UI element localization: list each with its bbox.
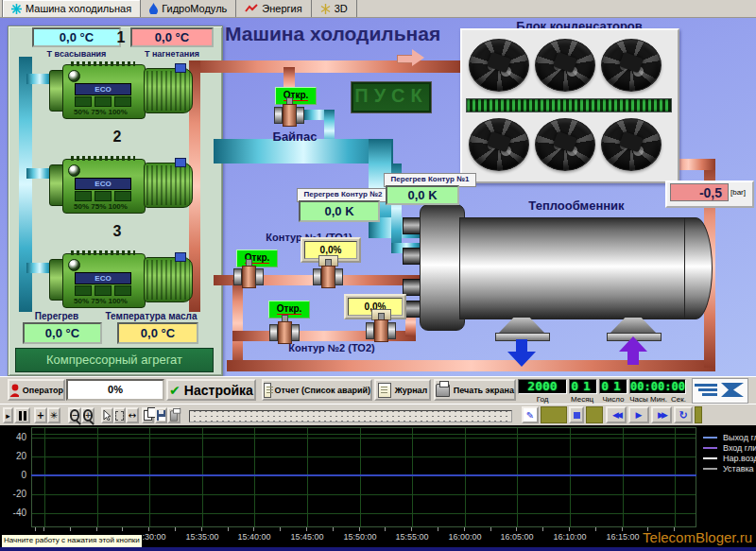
refresh-button[interactable]: ↻ — [674, 406, 693, 423]
tab-3d[interactable]: 3D — [312, 0, 357, 17]
fast-forward-button[interactable]: ▶▶ — [651, 406, 672, 423]
circuit2-control-valve[interactable] — [365, 319, 397, 340]
crosshair-button[interactable]: + — [34, 407, 47, 423]
circuit2-valve-state[interactable]: Откр. — [268, 301, 310, 319]
circuit2-valve[interactable] — [268, 321, 301, 342]
compressor-motor — [144, 163, 193, 208]
zoom-in-icon: + — [83, 409, 94, 422]
journal-button[interactable]: Журнал — [374, 379, 431, 401]
y-tick: 40 — [2, 432, 26, 442]
report-button[interactable]: Отчет (Список аварий) — [262, 379, 372, 401]
exchanger-nozzle-1 — [499, 318, 544, 333]
report-doc-icon — [264, 383, 271, 398]
compressor-fins — [71, 250, 135, 255]
clock-month-label: Месяц — [565, 395, 599, 404]
copy-button[interactable] — [142, 407, 154, 423]
tracker-button[interactable]: ✳ — [47, 407, 60, 423]
trend-scrollbar[interactable] — [189, 410, 512, 422]
clock-hours-label: Часы — [627, 395, 650, 404]
condenser-fan — [601, 118, 662, 171]
compressor-fins — [71, 156, 135, 161]
load-segments — [75, 191, 131, 201]
3d-view-icon — [320, 4, 331, 14]
clock-year-label: Год — [518, 395, 567, 404]
discharge-temp-readout: 0,0 °C — [130, 27, 214, 47]
load-steps-label: 50% 75% 100% — [74, 108, 140, 116]
oil-temp-readout: 0,0 °C — [117, 322, 198, 344]
pressure-unit: [bar] — [730, 188, 746, 197]
clock-minutes-label: Мин. — [649, 395, 668, 404]
load-steps-label: 50% 75% 100% — [74, 297, 140, 305]
glycol-out-arrow-stem — [516, 339, 527, 352]
tab-label: Машина холодильная — [26, 3, 131, 14]
series-color-swatch — [703, 447, 717, 449]
printer-icon — [436, 384, 450, 397]
select-area-button[interactable] — [113, 407, 126, 423]
circuit-link-pipe — [232, 280, 243, 367]
zoom-in-button[interactable]: + — [81, 407, 94, 423]
toolbar-spacer — [695, 406, 702, 423]
rewind-button[interactable]: ◀◀ — [606, 406, 627, 423]
tab-label: 3D — [335, 3, 348, 14]
compressor-unit-2: ECO 50% 75% 100% — [49, 155, 193, 214]
trend-plot-area[interactable] — [31, 427, 696, 527]
bypass-valve[interactable] — [273, 104, 305, 125]
tab-energy[interactable]: Энергия — [236, 0, 311, 17]
overheat-circuit1-readout: 0,0 K — [386, 185, 459, 205]
tab-hydromodule[interactable]: ГидроМодуль — [141, 0, 236, 17]
clock-time: 00:00:00 — [629, 379, 686, 394]
print-screen-button[interactable]: Печать экрана — [434, 379, 516, 401]
zero-line — [31, 474, 696, 476]
play-forward-button[interactable]: ▶ — [628, 406, 649, 423]
stop-button[interactable] — [569, 406, 584, 423]
compressor-motor — [144, 68, 193, 113]
progress-display: 0% — [66, 379, 164, 401]
compressor-body: ECO 50% 75% 100% — [62, 159, 146, 214]
save-button[interactable] — [155, 407, 167, 423]
eco-display: ECO — [75, 83, 131, 95]
y-tick: 20 — [2, 451, 26, 461]
operator-icon — [9, 384, 19, 397]
compressor-number: 1 — [110, 29, 132, 46]
compressor-body: ECO 50% 75% 100% — [62, 253, 146, 308]
clock-day-label: Число — [597, 395, 629, 404]
series-color-swatch — [703, 437, 717, 439]
y-tick: 0 — [2, 470, 26, 480]
pause-icon — [19, 411, 26, 421]
legend-item: Уставка — [703, 463, 756, 474]
zoom-out-button[interactable]: − — [68, 407, 81, 423]
x-tick: 16:05:00 — [490, 532, 543, 542]
bypass-valve-state[interactable]: Откр. — [275, 87, 317, 105]
compressor-body: ECO 50% 75% 100% — [62, 64, 146, 119]
exchanger-nozzle-2 — [610, 318, 656, 333]
print-button[interactable] — [167, 407, 180, 423]
pointer-button[interactable] — [101, 407, 113, 423]
copy-icon — [144, 410, 152, 421]
fit-horizontal-button[interactable]: ↔ — [126, 407, 139, 423]
glycol-in-arrow-icon — [619, 336, 647, 352]
circuit2-label: Контур №2 (ТО2) — [274, 342, 389, 353]
circuit1-control-valve[interactable] — [312, 266, 344, 286]
tab-bar: Машина холодильная ГидроМодуль Энергия 3… — [0, 0, 756, 18]
tab-refrigeration-machine[interactable]: Машина холодильная — [2, 0, 141, 17]
suction-temp-readout: 0,0 °C — [32, 27, 121, 47]
exchanger-flange — [420, 204, 465, 331]
floppy-icon — [157, 410, 165, 421]
series-color-swatch — [703, 468, 717, 470]
compressor-number: 2 — [106, 129, 129, 146]
toolbar-spacer — [586, 406, 603, 423]
start-indicator[interactable]: ПУСК — [352, 82, 431, 112]
toolbar-spacer — [541, 406, 567, 423]
start-trend-button[interactable]: ▸ — [3, 407, 13, 423]
clock-day: 01 — [599, 379, 627, 394]
settings-button[interactable]: ✔ Настройка — [166, 379, 256, 401]
watermark: TelecomBloger.ru — [573, 529, 752, 545]
condenser-fan — [535, 118, 595, 171]
cursor-icon — [103, 410, 112, 421]
edit-button[interactable]: ✎ — [522, 406, 539, 423]
compressor-sightglass — [68, 164, 80, 177]
scada-window: Машина холодильная ГидроМодуль Энергия 3… — [0, 0, 756, 551]
operator-button[interactable]: Оператор — [8, 379, 65, 401]
circuit1-valve[interactable] — [232, 266, 265, 286]
pause-trend-button[interactable] — [14, 407, 30, 423]
